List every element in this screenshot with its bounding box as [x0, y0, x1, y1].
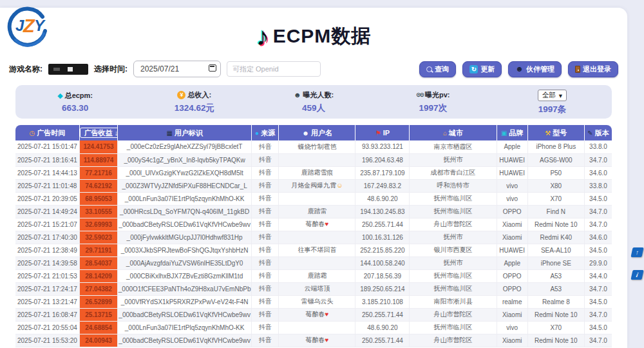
col-header-label: 用户标识 — [175, 129, 203, 137]
cell-ad-time: 2025-07-21 15:53:20 — [15, 334, 79, 347]
col-header-ad-time: ◷广告时间 — [15, 125, 79, 140]
cell-ip: 167.249.83.2 — [355, 179, 410, 192]
cell-brand: Apple — [497, 256, 527, 269]
refresh-button[interactable]: ↻ 更新 — [462, 61, 502, 77]
time-label: 选择时间: — [94, 64, 128, 75]
cell-city: 抚州市临川区 — [410, 192, 497, 205]
col-header-user-id: ▦用户标识 — [118, 125, 252, 140]
cell-user-id: _000l_UlVxGzigKYwzG2lZkEXQH8dM5lt — [118, 166, 252, 179]
cell-brand: Xiaomi — [497, 218, 527, 231]
cell-ip: 189.250.65.214 — [355, 282, 410, 295]
table-row: 2025-07-21 15:53:2024.00943_000badCBetyR… — [15, 334, 612, 347]
cell-user-id: _000badCBetyRSLOEDw61VqKfVHCwbe9wv — [118, 308, 252, 321]
cell-version: 34.5.0 — [585, 244, 612, 256]
cell-model: AGS6-W00 — [527, 153, 584, 166]
tiktok-note-icon: ♪ — [256, 23, 269, 49]
table-row: 2025-07-21 21:01:5328.14209_000CBiKxlhxB… — [15, 269, 612, 282]
calendar-icon[interactable] — [209, 64, 216, 72]
cell-username: 云端塔顶 — [279, 282, 355, 295]
cell-username: 往事不堪回首 — [279, 244, 355, 256]
cell-username: 雷镖乌云头 — [279, 295, 355, 308]
cell-ad-time: 2025-07-21 20:39:05 — [15, 192, 79, 205]
cell-city: 南阳市淅川县 — [410, 295, 497, 308]
cell-model: Redmi Note 10 — [527, 218, 584, 231]
cell-city: 抚州市 — [410, 231, 497, 244]
page-header: ♪ ECPM数据 — [0, 19, 627, 53]
cell-model: A53 — [527, 269, 584, 282]
cell-ad-revenue: 24.00943 — [79, 334, 118, 347]
cell-version: 34.6.0 — [585, 166, 612, 179]
filter-select[interactable]: 全部 ▾ — [538, 90, 567, 101]
cell-city: 抚州市临川区 — [410, 321, 497, 334]
data-table-wrap: ◷广告时间广告收益 ↓▦用户标识●来源☻用户名⚑IP⌂城市▣品牌⚒型号✎版本 2… — [15, 125, 612, 347]
cell-username — [279, 321, 355, 334]
cell-city: 舟山市普陀区 — [410, 308, 497, 321]
eyes-icon: ⊙⊙ — [416, 92, 423, 98]
col-header-city: ⌂城市 — [410, 125, 497, 140]
cell-city: 抚州市临川区 — [410, 205, 497, 218]
cell-model: Redmi Note 10 — [527, 308, 584, 321]
cell-version: 29.9.0 — [585, 256, 612, 269]
cell-ad-revenue: 24.68854 — [79, 321, 118, 334]
cell-user-id: _000badCBetyRSLOEDw61VqKfVHCwbe9wv — [118, 218, 252, 231]
cell-username: 月烙金阀爆九霄☺ — [279, 179, 355, 192]
filter-bar: 游戏名称: 选择时间: 查询 ↻ 更新 ☻ 伙伴管理 退出登录 — [9, 59, 618, 79]
openid-input[interactable] — [227, 61, 321, 77]
total-income-value: 1324.62元 — [135, 102, 254, 114]
cell-ad-time: 2025-07-21 14:49:24 — [15, 205, 79, 218]
date-input[interactable] — [133, 61, 221, 77]
cell-user-id: _000AjAvzgfdaiYuZVSW6nlHE35LtDgY0 — [118, 256, 252, 269]
logout-button[interactable]: 退出登录 — [568, 61, 618, 77]
col-header-brand: ▣品牌 — [497, 125, 527, 140]
cell-brand: Apple — [497, 140, 527, 153]
cell-source: 抖音 — [251, 334, 278, 347]
table-row: 2025-07-21 15:21:0732.69993_000badCBetyR… — [15, 218, 612, 231]
cell-ip: 100.16.31.126 — [355, 231, 410, 244]
cell-version: 34.5.0 — [585, 295, 612, 308]
pin-icon: ⚑ — [375, 130, 381, 137]
cell-ad-revenue: 29.71191 — [79, 244, 118, 256]
partner-manage-button[interactable]: ☻ 伙伴管理 — [508, 61, 562, 77]
col-header-label: IP — [383, 129, 390, 137]
table-row: 2025-07-21 12:38:4929.71191_0003XJkbSPRJ… — [15, 244, 612, 256]
table-row: 2025-07-21 20:55:0424.68854_000LnFun3a07… — [15, 321, 612, 334]
col-header-ad-revenue[interactable]: 广告收益 ↓ — [79, 125, 118, 140]
cell-ad-revenue: 32.69993 — [79, 218, 118, 231]
col-header-username: ☻用户名 — [279, 125, 355, 140]
cell-brand: realme — [497, 295, 527, 308]
clock-icon: ◷ — [30, 130, 35, 137]
table-row: 2025-07-21 11:01:4874.62192_000Z3WTVyJZN… — [15, 179, 612, 192]
cell-ad-revenue: 68.95053 — [79, 192, 118, 205]
summary-exposed-users: ☻曝光人数: 459人 — [254, 90, 373, 114]
table-row: 2025-07-21 15:01:47124.41753_000eCz0zEz9… — [15, 140, 612, 153]
cell-ip: 93.93.233.121 — [355, 140, 410, 153]
main-card: J Z Y ♪ ECPM数据 游戏名称: 选择时间: 查询 ↻ 更新 ☻ — [0, 8, 627, 348]
cell-ad-time: 2025-07-21 15:21:07 — [15, 218, 79, 231]
cell-ad-time: 2025-07-21 17:24:17 — [15, 282, 79, 295]
back-to-top-button[interactable]: ↑ — [630, 247, 643, 257]
cell-ad-revenue: 124.41753 — [79, 140, 118, 153]
cell-version: 34.4.0 — [585, 269, 612, 282]
cell-username: 鹿踏霜雪痕 — [279, 166, 355, 179]
query-button[interactable]: 查询 — [419, 61, 456, 77]
cell-model: X70 — [527, 321, 584, 334]
cell-ad-time: 2025-07-21 14:44:13 — [15, 166, 79, 179]
diamond-icon: ◆ — [57, 92, 62, 100]
cell-brand: HUAWEI — [497, 244, 527, 256]
cell-user-id: _000Z3WTVyJZNfd5iPXuF88HECNDCar_L — [118, 179, 252, 192]
cell-ad-time: 2025-07-21 13:21:47 — [15, 295, 79, 308]
total-count: 1997条 — [493, 104, 612, 115]
cell-ip: 252.215.85.220 — [355, 244, 410, 256]
chevron-down-icon: ▾ — [559, 92, 562, 99]
cell-version: 34.7.0 — [585, 205, 612, 218]
strawberry-emoji: ♥ — [325, 336, 328, 343]
strawberry-emoji: ♥ — [325, 311, 328, 318]
cell-ad-revenue: 28.54037 — [79, 256, 118, 269]
cell-user-id: _000HRcsLDq_SoYFM7QN-q406lM_11gkBD — [118, 205, 252, 218]
total-ecpm-value: 663.30 — [15, 103, 135, 113]
cell-brand: vivo — [497, 179, 527, 192]
customer-service-button[interactable]: i — [630, 270, 643, 280]
table-row: 2025-07-21 17:24:1727.04382_000O1fCFEE3P… — [15, 282, 612, 295]
cell-source: 抖音 — [251, 256, 278, 269]
cell-username: 莓酿春♥ — [279, 334, 355, 347]
